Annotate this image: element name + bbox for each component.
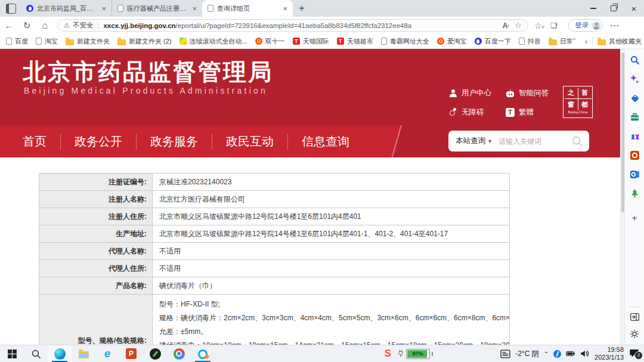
tab-actions-icon[interactable] [6,4,16,14]
search-icon[interactable] [625,50,644,69]
toolbox-icon[interactable] [625,107,644,126]
open-panel-icon[interactable] [630,312,640,324]
bookmark-item[interactable]: 新建文件夹 [66,37,110,46]
windows-icon [7,349,17,359]
new-tab-icon[interactable]: + [293,0,311,17]
battery-widget: 97% [397,349,433,359]
row-value: 北京市顺义区马坡镇聚源中路12号院14号楼1至6层101内4层401 [153,208,509,225]
search-icon[interactable] [571,135,583,147]
bookmark-item[interactable]: 毒霸网址大全 [381,37,429,46]
bookmarks-right: › 其他收藏夹 [581,34,642,48]
nav-item-2[interactable]: 政务公开 [60,134,136,150]
bookmarks-overflow-icon[interactable]: › [585,37,587,46]
home-icon[interactable]: ⌂ [36,20,54,31]
bookmark-item[interactable]: 天猫国际 [293,37,329,46]
taskbar-powerpoint-button[interactable] [119,345,143,362]
bookmark-item[interactable]: 日常下载 [549,37,575,46]
nav-item-3[interactable]: 政务服务 [136,134,212,150]
quick-link[interactable]: 无障碍 [448,107,506,117]
hidden-icons-chevron[interactable]: ⌃ [544,351,549,357]
bookmark-item[interactable]: 淘宝 [36,37,58,46]
tab[interactable]: 医疗器械产品注册信息× [112,0,202,17]
search-scope-dropdown[interactable]: 本站查询 [456,136,485,146]
favorites-icon[interactable]: ☆≡ [534,21,544,30]
nav-item-4[interactable]: 政民互动 [212,134,287,150]
quick-link[interactable]: 智能问答 [506,88,563,98]
bookmark-item[interactable]: 连续滚动式全自动... [179,37,247,46]
site-search-box[interactable]: 本站查询 ▾ [448,131,589,151]
weather-status[interactable]: -2°C 阴 [515,349,538,359]
row-label: 注册证编号: [39,174,153,190]
other-favorites-folder[interactable]: 其他收藏夹 [597,37,642,46]
row-value: 京械注准20232140023 [153,174,509,190]
tree-icon[interactable] [625,184,644,203]
capital-logo-caption: Beijing-China [565,110,592,115]
office-icon[interactable] [625,146,644,165]
taskbar-chat-app-button[interactable] [191,345,215,362]
sogou-input-icon[interactable]: S [385,348,391,359]
nav-item-1[interactable]: 首页 [23,134,60,150]
taskbar-notes-app-button[interactable] [143,345,167,362]
bookmark-item[interactable]: 百度 [6,37,28,46]
close-window-button[interactable]: × [624,0,644,17]
battery-bar: 97% [406,349,430,359]
bookmark-item[interactable]: 百度一下 [475,37,511,46]
chevron-down-icon[interactable]: ▾ [488,138,491,144]
more-menu-icon[interactable]: ··· [610,21,620,30]
row-label: 代理人住所: [39,260,153,277]
add-sidebar-item-icon[interactable]: + [625,209,644,228]
bookmark-item[interactable]: 爱淘宝 [437,37,467,46]
shopping-tag-icon[interactable] [625,88,644,107]
outlook-icon[interactable] [625,165,644,184]
read-aloud-icon[interactable]: A⁾ [503,21,509,30]
add-favorite-star-icon[interactable]: ☆ [515,21,522,30]
folder-icon [549,39,557,45]
tray-app-icon[interactable] [553,350,561,358]
reload-icon[interactable]: ↻ [18,20,36,31]
minimize-button[interactable] [583,0,603,17]
news-widget-icon[interactable] [500,349,510,358]
action-center-icon[interactable]: 2 [628,348,642,360]
page-icon [6,38,12,45]
taskbar-edge-button[interactable] [48,345,72,362]
bookmark-item[interactable]: 抖音 [519,37,541,46]
capital-logo-char: 都 [578,99,592,110]
taskbar-internet-explorer-button[interactable]: e [95,345,119,362]
search-input[interactable] [497,137,571,146]
nav-item-5[interactable]: 信息查询 [287,134,363,150]
speaker-icon[interactable] [580,349,590,358]
copilot-sparkles-icon[interactable] [625,69,644,88]
quick-link[interactable]: 用户中心 [448,88,506,98]
signin-button[interactable]: 登录 [568,19,603,32]
row-value: 北京市顺义区马坡镇聚源中路12号院14号楼1至6层101内4层401-1、401… [153,225,509,242]
collections-icon[interactable]: ❏+ [550,21,560,30]
page-scrollbar[interactable] [620,49,624,345]
close-tab-icon[interactable]: × [190,4,199,13]
start-button[interactable] [0,345,24,362]
games-icon[interactable] [625,126,644,146]
tab[interactable]: 北京市药监局_百度搜索× [21,0,112,17]
back-icon[interactable]: ← [0,20,18,30]
quick-link[interactable]: 繁體 [506,107,563,117]
bookmark-item[interactable]: 新建文件夹 (2) [117,37,172,46]
table-row: 代理人住所:不适用 [39,260,509,277]
restore-icon [611,5,617,11]
close-tab-icon[interactable]: × [281,4,289,13]
close-tab-icon[interactable]: × [100,4,108,13]
tab-active[interactable]: 查询详细页× [202,0,293,17]
clock[interactable]: 19:58 2023/1/13 [595,346,624,361]
restore-button[interactable] [603,0,624,17]
taskbar-search-button[interactable] [24,345,48,362]
quick-link-label: 用户中心 [462,88,491,98]
address-bar[interactable]: ⚠ 不安全 xxcx.yjj.beijing.gov.cn/eportal/ui… [57,19,528,32]
folder-icon [117,39,126,45]
battery-tray-icon[interactable] [566,349,575,358]
bookmark-item[interactable]: 天猫超市 [337,37,373,46]
capital-window-logo[interactable]: 之首窗都 Beijing-China [563,86,593,118]
battery-percent: 97% [407,349,429,358]
tab-title: 查询详细页 [217,4,278,13]
taskbar-file-explorer-button[interactable] [72,345,95,362]
settings-gear-icon[interactable] [630,329,639,341]
bookmark-item[interactable]: 双十一 [255,37,285,46]
taskbar-chrome-button[interactable] [167,345,191,362]
